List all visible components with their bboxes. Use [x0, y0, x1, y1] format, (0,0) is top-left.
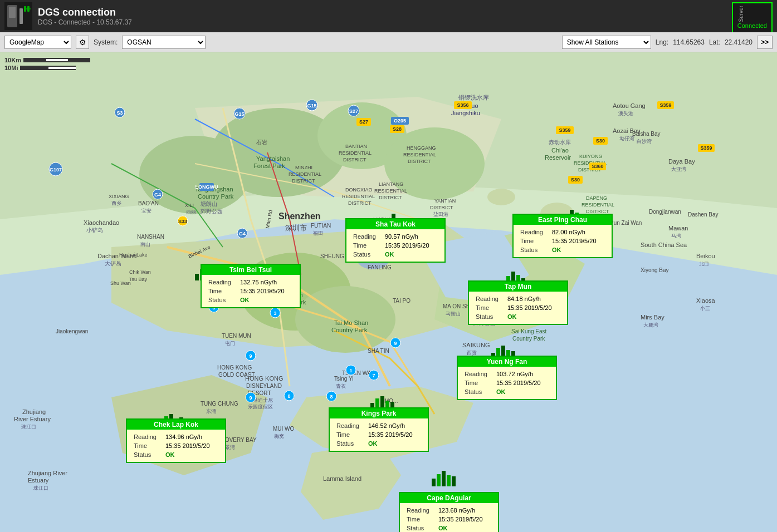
svg-text:S359: S359 — [700, 145, 712, 151]
app-title: DGS connection — [38, 7, 132, 18]
svg-text:South China Sea: South China Sea — [641, 242, 687, 248]
svg-text:白沙湾: 白沙湾 — [637, 139, 652, 144]
svg-text:RESIDENTIAL: RESIDENTIAL — [289, 171, 321, 177]
svg-text:Shu Wan: Shu Wan — [110, 280, 131, 286]
station-popup-tap-mun[interactable]: Tap MunReading84.18 nGy/hTime15:35 2019/… — [468, 280, 568, 325]
station-popup-kings-park[interactable]: Kings ParkReading146.52 nGy/hTime15:35 2… — [329, 407, 429, 452]
svg-text:RESIDENTIAL: RESIDENTIAL — [403, 152, 436, 157]
svg-text:DISTRICT: DISTRICT — [430, 205, 453, 210]
station-name: Sha Tau Kok — [346, 219, 444, 229]
svg-text:深圳市: 深圳市 — [285, 224, 307, 232]
svg-text:南山: 南山 — [140, 242, 150, 247]
svg-text:屯门: 屯门 — [225, 341, 235, 346]
svg-text:TUEN MUN: TUEN MUN — [222, 333, 251, 339]
svg-text:马湾: 马湾 — [671, 233, 681, 239]
station-popup-sha-tau-kok[interactable]: Sha Tau KokReading90.57 nGy/hTime15:35 2… — [345, 218, 446, 263]
svg-text:S359: S359 — [559, 127, 570, 133]
svg-text:东涌: 东涌 — [206, 408, 216, 414]
svg-text:DISTRICT: DISTRICT — [343, 157, 366, 162]
svg-text:Estuary: Estuary — [28, 477, 49, 484]
station-popup-chek-lap-kok[interactable]: Chek Lap KokReading134.96 nGy/hTime15:35… — [126, 418, 226, 463]
svg-text:MINZHI: MINZHI — [295, 165, 312, 170]
svg-text:Shenzhen: Shenzhen — [278, 211, 321, 221]
svg-text:G107: G107 — [50, 167, 62, 173]
svg-text:G4: G4 — [239, 231, 246, 237]
scale-mi-label: 10Mi — [4, 65, 18, 71]
svg-text:HENGGANG: HENGGANG — [407, 145, 436, 151]
svg-text:西乡: 西乡 — [111, 200, 121, 206]
station-popup-tsim-bei-tsui[interactable]: Tsim Bei TsuiReading132.75 nGy/hTime15:3… — [201, 264, 301, 308]
navigate-button[interactable]: >> — [757, 36, 773, 49]
svg-text:DAPENG: DAPENG — [586, 195, 607, 201]
svg-text:RESIDENTIAL: RESIDENTIAL — [339, 150, 372, 156]
svg-text:Houhai Lake: Houhai Lake — [119, 252, 148, 258]
svg-text:Jiangshiku: Jiangshiku — [451, 110, 480, 116]
svg-text:YANTIAN: YANTIAN — [434, 198, 456, 204]
station-name: Tsim Bei Tsui — [202, 265, 300, 275]
svg-text:青衣: 青衣 — [336, 383, 346, 389]
svg-text:DISTRICT: DISTRICT — [408, 159, 431, 164]
header-text: DGS connection DGS - Connected - 10.53.6… — [38, 7, 132, 26]
svg-text:1: 1 — [349, 368, 352, 373]
svg-text:S359: S359 — [659, 102, 671, 108]
svg-text:北口: 北口 — [699, 261, 709, 267]
svg-text:Forest Park: Forest Park — [253, 162, 285, 169]
svg-text:9: 9 — [394, 341, 397, 346]
svg-text:SAIKUNG: SAIKUNG — [462, 342, 490, 348]
svg-text:澳头港: 澳头港 — [618, 111, 633, 116]
svg-text:HONG KONG: HONG KONG — [217, 364, 252, 371]
server-label: Server — [737, 6, 745, 22]
station-popup-yuen-ng-fan[interactable]: Yuen Ng FanReading103.72 nGy/hTime15:35 … — [457, 356, 557, 400]
svg-text:S28: S28 — [393, 126, 402, 132]
svg-text:大铲岛: 大铲岛 — [105, 260, 121, 267]
svg-text:Dongjianwan: Dongjianwan — [649, 209, 681, 215]
svg-text:NANSHAN: NANSHAN — [137, 234, 164, 240]
svg-text:Beikou: Beikou — [696, 253, 715, 259]
svg-text:宝安: 宝安 — [141, 208, 152, 214]
station-name: East Ping Chau — [514, 215, 612, 225]
svg-text:G15: G15 — [234, 111, 244, 117]
svg-rect-1 — [9, 7, 16, 18]
svg-text:大鹏湾: 大鹏湾 — [643, 322, 658, 328]
svg-text:Mawan: Mawan — [668, 225, 688, 231]
svg-text:Lamma Island: Lamma Island — [323, 475, 361, 482]
toolbar-right: Show All Stations Show Active Stations H… — [562, 36, 773, 49]
station-popup-east-ping-chau[interactable]: East Ping ChauReading82.00 nGy/hTime15:3… — [512, 214, 613, 258]
stations-select[interactable]: Show All Stations Show Active Stations H… — [562, 36, 651, 49]
lat-label: Lat: — [709, 38, 720, 46]
svg-text:DISTRICT: DISTRICT — [379, 195, 402, 200]
svg-text:RESIDENTIAL: RESIDENTIAL — [342, 194, 375, 199]
svg-text:Chi'ao: Chi'ao — [551, 147, 569, 154]
svg-text:8: 8 — [287, 393, 290, 399]
svg-text:S3: S3 — [116, 110, 123, 116]
svg-text:LIANTANG: LIANTANG — [379, 181, 403, 187]
svg-text:Aotou Gang: Aotou Gang — [613, 102, 646, 109]
station-popup-cape-daguiar[interactable]: Cape DAguiarReading123.68 nGy/hTime15:35… — [399, 492, 499, 532]
svg-text:S33: S33 — [178, 219, 187, 224]
svg-text:石岩: 石岩 — [256, 139, 267, 145]
svg-text:Reservoir: Reservoir — [545, 154, 571, 161]
lat-value: 22.41420 — [725, 38, 752, 46]
svg-text:铜锣洗水库: 铜锣洗水库 — [458, 94, 489, 101]
svg-text:S356: S356 — [457, 102, 468, 108]
svg-text:Tai Mo Shan: Tai Mo Shan — [334, 319, 368, 326]
svg-text:小三: 小三 — [700, 306, 710, 311]
system-select[interactable]: OGSAN — [122, 36, 206, 49]
svg-text:Xiaosa: Xiaosa — [696, 297, 716, 304]
settings-icon-btn[interactable]: ⚙ — [76, 36, 89, 49]
svg-text:Xiyong Bay: Xiyong Bay — [641, 267, 669, 273]
map-type-select[interactable]: GoogleMap OpenStreetMap BingMap — [4, 36, 71, 49]
svg-text:塘朗山: 塘朗山 — [200, 201, 217, 207]
svg-text:River Estuary: River Estuary — [14, 416, 51, 422]
station-name: Kings Park — [330, 408, 428, 418]
svg-text:Country Park: Country Park — [198, 193, 234, 200]
station-name: Yuen Ng Fan — [458, 357, 556, 367]
svg-point-14 — [487, 189, 515, 205]
svg-text:Sai Kung East: Sai Kung East — [511, 328, 547, 334]
svg-text:Baisha Bay: Baisha Bay — [632, 131, 661, 137]
svg-text:DISTRICT: DISTRICT — [292, 178, 315, 184]
svg-text:Daya Bay: Daya Bay — [668, 158, 695, 165]
map-container[interactable]: Yangtaishan Forest Park 石岩 Shenzhen 深圳市 … — [0, 52, 777, 532]
station-marker-cape-daguiar[interactable] — [432, 470, 456, 486]
svg-text:7: 7 — [372, 373, 375, 378]
